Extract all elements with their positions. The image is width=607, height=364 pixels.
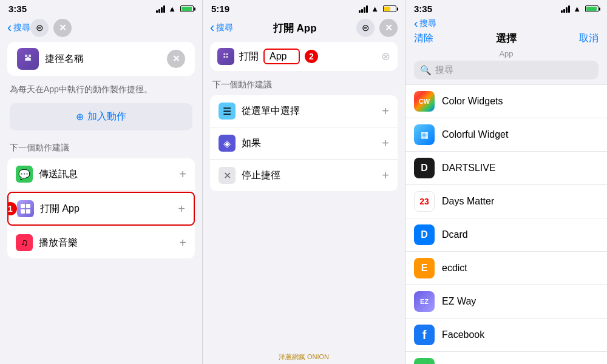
- p3-nav-row: 清除 選擇 取消: [405, 32, 607, 49]
- list-item-ezway[interactable]: EZ EZ Way: [405, 285, 607, 318]
- dartslive-icon: D: [414, 158, 435, 178]
- shortcut-close-1[interactable]: ✕: [167, 50, 185, 68]
- badge-1: 1: [7, 202, 17, 215]
- search-bar[interactable]: 🔍 搜尋: [414, 61, 599, 79]
- action-item-message[interactable]: 💬 傳送訊息 +: [7, 158, 195, 190]
- back-button-1[interactable]: 搜尋: [7, 21, 30, 35]
- close-button-2[interactable]: ✕: [379, 19, 398, 37]
- badge-2: 2: [305, 50, 318, 63]
- action-list-1: 💬 傳送訊息 + 1 打開 App + ♫ 播放音樂 +: [7, 158, 195, 258]
- list-item-daysmatter[interactable]: 23 Days Matter: [405, 185, 607, 218]
- colorwidgets-name: Color Widgets: [442, 96, 599, 107]
- input-clear-icon[interactable]: ⊗: [381, 50, 390, 63]
- signal-icon-1: [156, 5, 165, 13]
- add-action-button[interactable]: ⊕ 加入動作: [10, 103, 192, 130]
- time-1: 3:35: [8, 4, 27, 14]
- section-label-1: 下一個動作建議: [0, 143, 202, 158]
- settings-button-2[interactable]: ⊜: [356, 19, 375, 37]
- signal-icon-2: [359, 5, 368, 13]
- search-placeholder: 搜尋: [435, 64, 453, 76]
- back-button-2[interactable]: 搜尋: [210, 21, 233, 35]
- ecdict-name: ecdict: [442, 263, 599, 274]
- signal-icon-3: [561, 5, 570, 13]
- daysmatter-name: Days Matter: [442, 196, 599, 207]
- status-icons-3: ▲: [561, 4, 599, 13]
- add-if-icon[interactable]: +: [382, 136, 389, 150]
- action-label-if: 如果: [242, 137, 382, 150]
- action-item-if[interactable]: ◈ 如果 +: [210, 127, 398, 160]
- shortcut-name-1: 捷徑名稱: [45, 53, 161, 66]
- action-item-stop[interactable]: ✕ 停止捷徑 +: [210, 160, 398, 191]
- settings-button-1[interactable]: ⊜: [30, 19, 49, 37]
- status-icons-1: ▲: [156, 4, 194, 13]
- close-button-1[interactable]: ✕: [53, 19, 72, 37]
- action-label-openapp: 打開 App: [40, 203, 178, 215]
- facebook-icon: f: [414, 325, 435, 345]
- search-icon: 🔍: [420, 65, 432, 76]
- list-item-colorwidgets[interactable]: CW Color Widgets: [405, 84, 607, 118]
- status-bar-1: 3:35 ▲: [0, 0, 202, 16]
- app-list: CW Color Widgets ▦ Colorful Widget D DAR…: [405, 84, 607, 364]
- section-label-2: 下一個動作建議: [203, 79, 405, 95]
- list-item-dartslive[interactable]: D DARTSLIVE: [405, 152, 607, 185]
- facetime-checkmark: ✓: [589, 362, 599, 364]
- ecdict-icon: E: [414, 258, 435, 278]
- action-label-fromlist: 從選單中選擇: [242, 105, 382, 118]
- status-icons-2: ▲: [359, 4, 396, 13]
- watermark: 洋蔥網瘋 ONION: [203, 350, 405, 364]
- panel-app-select: 3:35 ▲ ‹搜尋 清除 選擇 取消 App 🔍 搜尋 CW: [405, 0, 607, 364]
- input-field-app[interactable]: App: [263, 49, 300, 64]
- add-openapp-icon[interactable]: +: [178, 202, 185, 216]
- add-fromlist-icon[interactable]: +: [382, 104, 389, 118]
- ezway-icon: EZ: [414, 291, 435, 312]
- input-label-open: 打開: [239, 50, 259, 63]
- shortcut-icon-1: [17, 48, 39, 70]
- colorfulwidget-name: Colorful Widget: [442, 129, 599, 140]
- add-stop-icon[interactable]: +: [382, 169, 389, 183]
- action-item-fromlist[interactable]: ☰ 從選單中選擇 +: [210, 95, 398, 127]
- p3-title: 選擇: [496, 32, 517, 46]
- time-3: 3:35: [414, 4, 432, 14]
- back-button-3[interactable]: ‹搜尋: [414, 16, 436, 30]
- dcard-name: Dcard: [442, 229, 599, 240]
- dartslive-name: DARTSLIVE: [442, 163, 599, 174]
- action-label-stop: 停止捷徑: [242, 169, 382, 182]
- list-item-facebook[interactable]: f Facebook: [405, 318, 607, 352]
- nav-title-2: 打開 App: [233, 21, 356, 35]
- list-item-colorfulwidget[interactable]: ▦ Colorful Widget: [405, 118, 607, 152]
- action-item-music[interactable]: ♫ 播放音樂 +: [7, 227, 195, 258]
- facebook-name: Facebook: [442, 329, 599, 340]
- music-icon: ♫: [16, 234, 33, 251]
- battery-icon-1: [180, 5, 194, 12]
- svg-point-0: [26, 57, 30, 61]
- list-item-ecdict[interactable]: E ecdict: [405, 252, 607, 285]
- nav-bar-2: 搜尋 打開 App ⊜ ✕: [203, 16, 405, 42]
- select-icon: ☰: [219, 103, 236, 120]
- p3-back-nav: ‹搜尋: [405, 16, 607, 32]
- list-item-facetime[interactable]: 📹 FaceTime ✓: [405, 352, 607, 364]
- dcard-icon: D: [414, 224, 435, 245]
- colorfulwidget-icon: ▦: [414, 124, 435, 145]
- action-label-music: 播放音樂: [39, 237, 179, 249]
- clear-button[interactable]: 清除: [414, 32, 433, 45]
- action-item-openapp[interactable]: 1 打開 App +: [7, 192, 195, 226]
- description-1: 為每天在App中執行的動作製作捷徑。: [0, 83, 202, 103]
- panel-shortcuts: 3:35 ▲ 搜尋 ⊜ ✕ 捷徑名稱 ✕ 為每天在App中執行的動: [0, 0, 203, 364]
- if-icon: ◈: [219, 135, 236, 152]
- action-list-2: ☰ 從選單中選擇 + ◈ 如果 + ✕ 停止捷徑 +: [210, 95, 398, 191]
- list-item-dcard[interactable]: D Dcard: [405, 218, 607, 252]
- cancel-button[interactable]: 取消: [579, 32, 599, 45]
- panel-openapp: 5:19 ▲ 搜尋 打開 App ⊜ ✕ 打開 App 2 ⊗: [203, 0, 405, 364]
- colorwidgets-icon: CW: [414, 91, 435, 112]
- add-music-icon[interactable]: +: [179, 236, 186, 250]
- add-action-label: 加入動作: [87, 110, 126, 123]
- battery-icon-2: [383, 5, 396, 12]
- nav-actions-2: ⊜ ✕: [356, 19, 398, 37]
- facetime-icon: 📹: [414, 358, 435, 364]
- status-bar-2: 5:19 ▲: [203, 0, 405, 16]
- p3-section-label: App: [405, 49, 607, 61]
- add-message-icon[interactable]: +: [179, 167, 186, 181]
- nav-actions-1: ⊜ ✕: [30, 19, 72, 37]
- wifi-icon-2: ▲: [371, 4, 379, 13]
- stop-icon: ✕: [219, 167, 236, 184]
